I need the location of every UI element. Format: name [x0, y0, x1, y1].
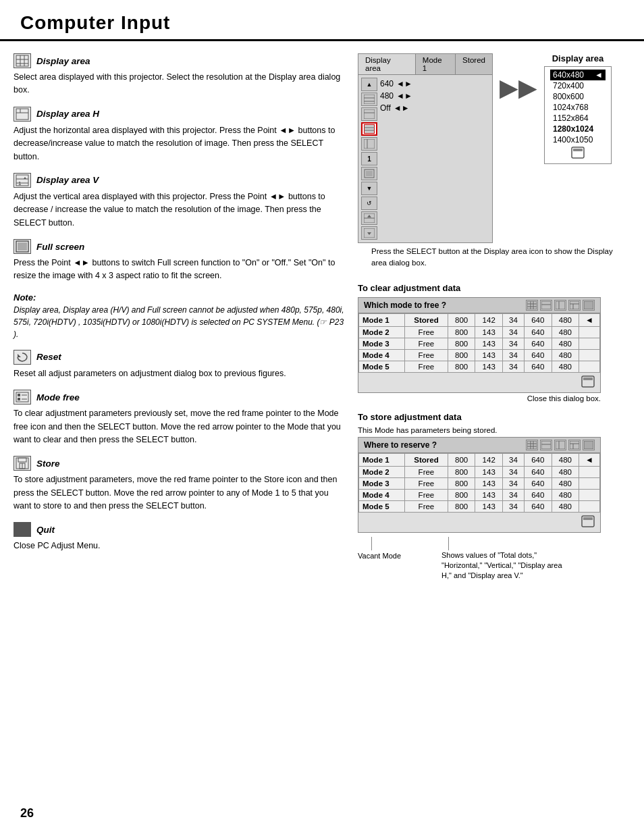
section-mode-free-title: Mode free [36, 392, 80, 402]
section-display-area-body: Select area displayed with this projecto… [14, 71, 344, 97]
resolution-1280x1024[interactable]: 1280x1024 [550, 124, 606, 134]
clear-mode-dialog: Which mode to free ? [358, 297, 601, 393]
section-title-row-reset: Reset [14, 350, 344, 365]
section-store: Store To store adjustment parameters, mo… [14, 456, 344, 513]
mode-icon-fs [583, 300, 595, 311]
svg-text:1: 1 [18, 180, 22, 186]
icon-refresh[interactable]: ↺ [361, 197, 377, 210]
icon-down-arrow[interactable]: ▼ [361, 182, 377, 195]
clear-table-row-mode4[interactable]: Mode 4 Free 800 143 34 640 480 [359, 349, 600, 361]
svg-rect-58 [583, 377, 593, 380]
selected-arrow: ◄ [595, 70, 603, 80]
icon-display1[interactable] [361, 93, 377, 106]
note-block: Note: Display area, Display area (H/V) a… [14, 292, 344, 340]
svg-marker-41 [367, 232, 371, 235]
store-table-row-mode1[interactable]: Mode 1 Stored 800 142 34 640 480 ◄ [359, 453, 600, 466]
section-full-screen-title: Full screen [36, 242, 84, 252]
store-table-row-mode2[interactable]: Mode 2 Free 800 143 34 640 480 [359, 466, 600, 477]
store-adjustment-section: To store adjustment data This Mode has p… [358, 412, 630, 581]
svg-rect-25 [364, 95, 375, 104]
section-title-row-quit: Quit [14, 522, 344, 537]
clear-table-row-mode3[interactable]: Mode 3 Free 800 143 34 640 480 [359, 338, 600, 349]
section-store-title: Store [36, 459, 60, 469]
section-title-row-full-screen: Full screen [14, 239, 344, 254]
resolution-800x600[interactable]: 800x600 [550, 91, 606, 102]
scroll-icon[interactable] [550, 147, 606, 161]
arrow-480[interactable]: ◄► [396, 91, 412, 101]
icon-display3[interactable] [361, 137, 377, 151]
store-scroll-icon[interactable] [581, 515, 595, 527]
store-table-row-mode4[interactable]: Mode 4 Free 800 143 34 640 480 [359, 489, 600, 500]
svg-rect-18 [18, 398, 20, 400]
icon-up-arrow[interactable]: ▲ [361, 78, 377, 91]
display-area-icon [14, 53, 31, 68]
section-title-row-v: 1 Display area V [14, 173, 344, 188]
section-display-area-h-body: Adjust the horizontal area displayed wit… [14, 124, 344, 163]
right-arrow-icon: ▶▶ [500, 74, 537, 102]
svg-rect-30 [364, 124, 375, 134]
svg-marker-39 [367, 215, 371, 217]
svg-rect-59 [527, 441, 537, 449]
icon-display4[interactable] [361, 167, 377, 180]
resolution-1024x768[interactable]: 1024x768 [550, 102, 606, 113]
clear-scroll-icon[interactable] [581, 375, 595, 388]
resolution-720x400[interactable]: 720x400 [550, 80, 606, 91]
mode1-tab[interactable]: Mode 1 [416, 54, 456, 74]
store-dialog-header: Where to reserve ? [358, 438, 600, 453]
resolution-1400x1050[interactable]: 1400x1050 [550, 134, 606, 145]
arrow-640[interactable]: ◄► [396, 79, 412, 88]
svg-marker-12 [24, 177, 26, 179]
clear-table-row-mode1[interactable]: Mode 1 Stored 800 142 34 640 480 ◄ [359, 313, 600, 326]
display-area-tab[interactable]: Display area [358, 54, 416, 74]
svg-marker-15 [18, 354, 21, 357]
svg-rect-43 [573, 149, 583, 151]
clear-table-row-mode2[interactable]: Mode 2 Free 800 143 34 640 480 [359, 326, 600, 338]
store-table-row-mode3[interactable]: Mode 3 Free 800 143 34 640 480 [359, 477, 600, 489]
display-area-dialog-title: Display area [544, 53, 612, 63]
section-display-area-v-body: Adjust the vertical area displayed with … [14, 190, 344, 230]
svg-rect-56 [584, 301, 593, 309]
clear-dialog-title: Which mode to free ? [364, 301, 520, 310]
resolution-640x480[interactable]: 640x480◄ [550, 70, 606, 80]
note-label: Note: [14, 292, 344, 303]
section-display-area-v: 1 Display area V Adjust the vertical are… [14, 173, 344, 230]
svg-rect-66 [556, 441, 565, 449]
value-480: 480 [380, 91, 394, 101]
full-screen-icon [14, 239, 31, 254]
icon-display6[interactable] [361, 226, 377, 240]
quit-icon [14, 522, 31, 537]
value-off: Off [380, 103, 391, 113]
clear-dialog-header: Which mode to free ? [358, 298, 600, 313]
store-table-row-mode5[interactable]: Mode 5 Free 800 143 34 640 480 [359, 500, 600, 512]
clear-table-row-mode5[interactable]: Mode 5 Free 800 143 34 640 480 [359, 361, 600, 372]
page-header: Computer Input [0, 0, 644, 41]
section-title-row-display-area: Display area [14, 53, 344, 68]
values-label: Shows values of "Total dots," "Horizonta… [441, 537, 563, 581]
svg-rect-28 [364, 109, 375, 119]
store-mode-dialog: Where to reserve ? [358, 437, 601, 533]
close-dialog-text: Close this dialog box. [358, 394, 601, 402]
svg-rect-44 [527, 301, 537, 309]
mode-free-icon [14, 390, 31, 405]
icon-display5[interactable] [361, 211, 377, 225]
section-reset-body: Reset all adjust parameters on adjustmen… [14, 367, 344, 380]
icon-1[interactable]: 1 [361, 152, 377, 165]
section-mode-free-body: To clear adjustment parameters previousl… [14, 407, 344, 446]
svg-rect-33 [364, 139, 375, 149]
vacant-mode-label: Vacant Mode [358, 537, 401, 581]
content-area: Display area Select area displayed with … [0, 53, 644, 591]
resolution-1152x864[interactable]: 1152x864 [550, 113, 606, 124]
store-icon-h [540, 440, 552, 450]
store-mode-table: Mode 1 Stored 800 142 34 640 480 ◄ Mode … [358, 453, 600, 513]
mode-icon-da [568, 300, 581, 311]
svg-rect-71 [584, 441, 593, 449]
display-area-v-icon: 1 [14, 173, 31, 188]
arrow-off[interactable]: ◄► [394, 103, 410, 113]
mode-icon-h [540, 300, 552, 311]
store-icon [14, 456, 31, 471]
icon-display2[interactable] [361, 107, 377, 121]
icon-selected[interactable] [361, 122, 377, 136]
section-display-area-title: Display area [36, 56, 90, 66]
svg-rect-17 [18, 394, 20, 396]
left-column: Display area Select area displayed with … [14, 53, 344, 591]
